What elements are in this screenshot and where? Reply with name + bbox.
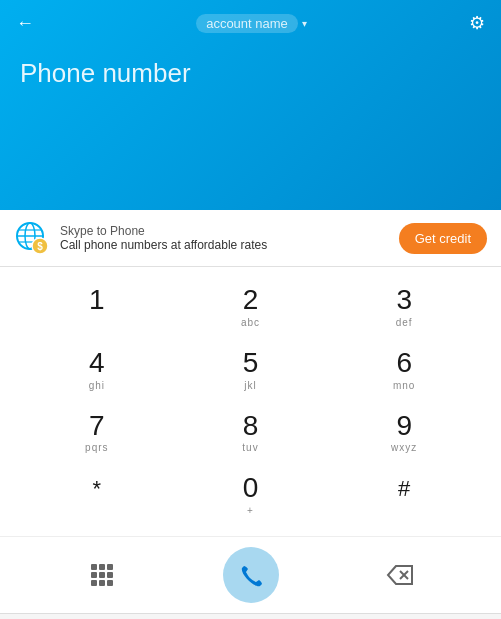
dropdown-arrow-icon[interactable]: ▾ — [302, 18, 307, 29]
skype-to-phone-icon: $ — [14, 220, 50, 256]
svg-rect-9 — [107, 564, 113, 570]
dial-key-hash[interactable]: # — [327, 465, 481, 526]
dial-key-9[interactable]: 9 wxyz — [327, 403, 481, 464]
account-name: account name — [196, 14, 298, 33]
phone-number-title: Phone number — [0, 42, 501, 97]
backspace-button[interactable] — [378, 553, 422, 597]
header-bar: ← account name ▾ ⚙ — [0, 0, 501, 42]
skype-banner: $ Skype to Phone Call phone numbers at a… — [0, 210, 501, 267]
svg-rect-13 — [91, 580, 97, 586]
dial-key-2[interactable]: 2 abc — [174, 277, 328, 338]
dialpad: 1 2 abc 3 def 4 ghi 5 jkl 6 mno — [0, 267, 501, 536]
dial-key-8[interactable]: 8 tuv — [174, 403, 328, 464]
svg-rect-7 — [91, 564, 97, 570]
call-button[interactable] — [223, 547, 279, 603]
dial-key-1[interactable]: 1 — [20, 277, 174, 338]
top-area: ← account name ▾ ⚙ Phone number — [0, 0, 501, 210]
dialpad-grid: 1 2 abc 3 def 4 ghi 5 jkl 6 mno — [20, 277, 481, 526]
dial-key-4[interactable]: 4 ghi — [20, 340, 174, 401]
dial-key-star[interactable]: * — [20, 465, 174, 526]
dialpad-icon — [89, 562, 115, 588]
svg-rect-14 — [99, 580, 105, 586]
action-bar — [0, 536, 501, 613]
get-credit-button[interactable]: Get credit — [399, 223, 487, 254]
dial-key-5[interactable]: 5 jkl — [174, 340, 328, 401]
svg-rect-15 — [107, 580, 113, 586]
dial-key-7[interactable]: 7 pqrs — [20, 403, 174, 464]
banner-title: Skype to Phone — [60, 224, 399, 238]
svg-rect-12 — [107, 572, 113, 578]
dial-key-0[interactable]: 0 + — [174, 465, 328, 526]
app-container: ← account name ▾ ⚙ Phone number $ — [0, 0, 501, 619]
call-icon — [238, 562, 264, 588]
dialpad-toggle-button[interactable] — [80, 553, 124, 597]
dial-key-3[interactable]: 3 def — [327, 277, 481, 338]
dial-key-6[interactable]: 6 mno — [327, 340, 481, 401]
svg-text:$: $ — [37, 241, 43, 252]
banner-text: Skype to Phone Call phone numbers at aff… — [60, 224, 399, 252]
back-button[interactable]: ← — [16, 13, 34, 34]
settings-button[interactable]: ⚙ — [469, 12, 485, 34]
svg-rect-11 — [99, 572, 105, 578]
backspace-icon — [386, 564, 414, 586]
message-bar: 🙂 ➤ — [0, 613, 501, 619]
svg-rect-10 — [91, 572, 97, 578]
svg-rect-8 — [99, 564, 105, 570]
settings-icon: ⚙ — [469, 13, 485, 33]
banner-subtitle: Call phone numbers at affordable rates — [60, 238, 399, 252]
header-center: account name ▾ — [196, 14, 307, 33]
